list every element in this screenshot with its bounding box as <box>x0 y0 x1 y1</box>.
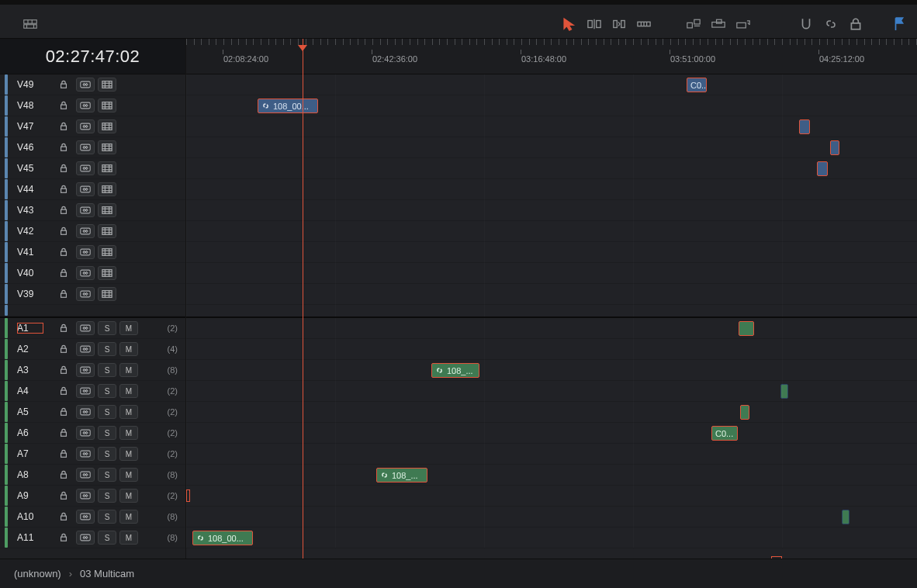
video-lane[interactable] <box>186 116 917 137</box>
track-mute-button[interactable]: M <box>119 489 138 503</box>
insert-clip-icon[interactable] <box>687 17 701 31</box>
track-auto-select-button[interactable] <box>76 405 95 419</box>
track-solo-button[interactable]: S <box>98 447 116 461</box>
track-display-mode-button[interactable] <box>98 203 116 217</box>
track-lock-button[interactable] <box>54 287 73 301</box>
track-auto-select-button[interactable] <box>76 266 95 280</box>
track-lock-button[interactable] <box>54 531 73 545</box>
timeline-ruler[interactable]: 02:08:24:0002:42:36:0003:16:48:0003:51:0… <box>186 39 917 74</box>
audio-track-header[interactable]: A2SM(4) <box>0 339 185 360</box>
track-lock-button[interactable] <box>54 489 73 503</box>
track-solo-button[interactable]: S <box>98 363 116 377</box>
track-lock-button[interactable] <box>54 321 73 335</box>
track-auto-select-button[interactable] <box>76 182 95 196</box>
track-solo-button[interactable]: S <box>98 384 116 398</box>
video-track-header[interactable]: V42 <box>0 221 185 242</box>
track-lock-button[interactable] <box>54 140 73 154</box>
video-track-header[interactable]: V48 <box>0 95 185 116</box>
track-lock-button[interactable] <box>54 342 73 356</box>
audio-track-header[interactable]: A4SM(2) <box>0 381 185 402</box>
audio-lane[interactable]: 108_00... <box>186 527 917 548</box>
audio-clip[interactable]: 108_... <box>431 363 479 378</box>
track-lock-button[interactable] <box>54 510 73 524</box>
track-lock-button[interactable] <box>54 405 73 419</box>
video-track-header[interactable]: V39 <box>0 284 185 305</box>
track-lock-button[interactable] <box>54 468 73 482</box>
track-auto-select-button[interactable] <box>76 321 95 335</box>
audio-track-header[interactable]: A7SM(2) <box>0 444 185 465</box>
track-display-mode-button[interactable] <box>98 161 116 175</box>
video-lane[interactable] <box>186 242 917 263</box>
track-auto-select-button[interactable] <box>76 489 95 503</box>
video-track-header[interactable]: V45 <box>0 158 185 179</box>
snapping-icon[interactable] <box>799 17 813 31</box>
audio-track-header[interactable]: A11SM(8) <box>0 527 185 548</box>
track-mute-button[interactable]: M <box>119 321 138 335</box>
audio-track-header[interactable]: A9SM(2) <box>0 486 185 507</box>
track-auto-select-button[interactable] <box>76 203 95 217</box>
track-solo-button[interactable]: S <box>98 531 116 545</box>
video-clip[interactable] <box>830 140 839 155</box>
audio-track-header[interactable]: A6SM(2) <box>0 423 185 444</box>
track-mute-button[interactable]: M <box>119 384 138 398</box>
blade-edit-icon[interactable] <box>637 17 651 31</box>
track-solo-button[interactable]: S <box>98 468 116 482</box>
track-solo-button[interactable]: S <box>98 489 116 503</box>
audio-clip[interactable]: 108_... <box>376 468 427 483</box>
track-auto-select-button[interactable] <box>76 447 95 461</box>
track-auto-select-button[interactable] <box>76 287 95 301</box>
track-auto-select-button[interactable] <box>76 140 95 154</box>
track-lock-button[interactable] <box>54 203 73 217</box>
breadcrumb-leaf[interactable]: 03 Multicam <box>80 568 134 579</box>
dynamic-trim-icon[interactable] <box>612 17 626 31</box>
track-display-mode-button[interactable] <box>98 140 116 154</box>
track-display-mode-button[interactable] <box>98 266 116 280</box>
track-auto-select-button[interactable] <box>76 531 95 545</box>
playhead[interactable] <box>303 39 303 559</box>
track-lock-button[interactable] <box>54 426 73 440</box>
track-mute-button[interactable]: M <box>119 426 138 440</box>
track-solo-button[interactable]: S <box>98 405 116 419</box>
current-timecode[interactable]: 02:27:47:02 <box>0 39 185 74</box>
track-lock-button[interactable] <box>54 266 73 280</box>
linked-selection-icon[interactable] <box>824 17 838 31</box>
video-lane[interactable]: 108_00... <box>186 95 917 116</box>
track-mute-button[interactable]: M <box>119 531 138 545</box>
track-auto-select-button[interactable] <box>76 99 95 112</box>
track-display-mode-button[interactable] <box>98 119 116 133</box>
track-mute-button[interactable]: M <box>119 342 138 356</box>
track-auto-select-button[interactable] <box>76 119 95 133</box>
audio-clip[interactable] <box>740 405 749 420</box>
track-mute-button[interactable]: M <box>119 468 138 482</box>
track-lock-button[interactable] <box>54 384 73 398</box>
audio-lane[interactable] <box>186 339 917 360</box>
video-lane[interactable] <box>186 284 917 305</box>
replace-clip-icon[interactable] <box>736 17 750 31</box>
audio-clip[interactable]: 108_00... <box>192 531 253 545</box>
video-clip[interactable]: 108_00... <box>258 99 318 113</box>
audio-clip[interactable] <box>780 384 788 399</box>
track-auto-select-button[interactable] <box>76 224 95 238</box>
video-track-header[interactable]: V41 <box>0 242 185 263</box>
audio-lane[interactable]: 108_... <box>186 360 917 381</box>
timeline-view-options-icon[interactable] <box>23 17 37 33</box>
audio-lane[interactable] <box>186 402 917 423</box>
audio-lane[interactable] <box>186 381 917 402</box>
track-display-mode-button[interactable] <box>98 99 116 112</box>
video-lane[interactable] <box>186 221 917 242</box>
audio-lane[interactable] <box>186 486 917 507</box>
video-track-header[interactable]: V49 <box>0 74 185 95</box>
video-track-header[interactable]: V43 <box>0 200 185 221</box>
audio-track-header[interactable]: A3SM(8) <box>0 360 185 381</box>
audio-track-header[interactable]: A10SM(8) <box>0 507 185 527</box>
audio-clip[interactable]: C0... <box>711 426 738 441</box>
track-display-mode-button[interactable] <box>98 224 116 238</box>
track-display-mode-button[interactable] <box>98 245 116 259</box>
audio-lane[interactable] <box>186 444 917 465</box>
video-track-header[interactable]: V44 <box>0 179 185 200</box>
track-solo-button[interactable]: S <box>98 426 116 440</box>
track-auto-select-button[interactable] <box>76 78 95 92</box>
track-auto-select-button[interactable] <box>76 426 95 440</box>
selection-arrow-icon[interactable] <box>562 17 576 31</box>
video-track-header[interactable]: V47 <box>0 116 185 137</box>
